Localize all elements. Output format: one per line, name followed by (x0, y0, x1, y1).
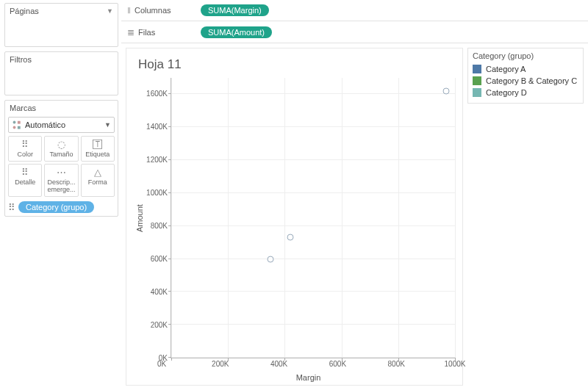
pages-label: Páginas (10, 7, 39, 15)
filters-label: Filtros (10, 55, 32, 64)
x-axis-label: Margin (162, 373, 455, 382)
rows-icon: ≣ (127, 27, 135, 37)
x-axis-ticks: 0K200K400K600K800K1000K (162, 360, 455, 370)
legend-item[interactable]: Category B & Category C (473, 75, 578, 87)
legend-swatch (473, 88, 481, 97)
legend-title: Category (grupo) (473, 51, 578, 60)
columns-pill[interactable]: SUMA(Margin) (201, 4, 269, 16)
x-tick-label: 400K (270, 360, 287, 368)
label-icon: 🅃 (82, 140, 113, 150)
filters-dropzone[interactable] (5, 65, 118, 95)
detail-icon: ⠿ (10, 167, 40, 178)
filters-card: Filtros (4, 51, 118, 95)
size-icon: ◌ (46, 140, 76, 150)
visualization-panel: Hoja 11 Amount 1600K1400K1200K1000K800K6… (126, 48, 463, 386)
marks-tooltip-button[interactable]: ⋯Descrip... emerge... (44, 164, 78, 197)
y-axis-ticks: 1600K1400K1200K1000K800K600K400K200K0K (146, 78, 171, 358)
svg-point-0 (13, 121, 16, 124)
x-tick-label: 0K (157, 360, 166, 368)
chevron-down-icon: ▼ (104, 121, 111, 129)
x-tick-label: 200K (212, 360, 229, 368)
data-point[interactable] (443, 87, 450, 94)
marks-label-button[interactable]: 🅃Etiqueta (81, 136, 115, 162)
legend-item[interactable]: Category A (473, 63, 578, 75)
rows-pill[interactable]: SUMA(Amount) (201, 26, 272, 38)
svg-rect-1 (18, 121, 21, 124)
svg-point-2 (13, 126, 16, 129)
svg-rect-3 (18, 126, 21, 129)
legend-label: Category B & Category C (486, 76, 577, 85)
data-point[interactable] (268, 256, 274, 262)
pages-dropzone[interactable] (5, 17, 118, 46)
x-tick-label: 600K (329, 360, 346, 368)
chart-plot-area[interactable] (171, 78, 455, 358)
legend-panel: Category (grupo) Category ACategory B & … (467, 48, 584, 386)
marks-card: Marcas Automático ▼ ⠿Color ◌Tamaño 🅃Etiq… (4, 100, 118, 217)
mark-type-value: Automático (25, 120, 65, 129)
legend-item[interactable]: Category D (473, 87, 578, 98)
marks-detail-button[interactable]: ⠿Detalle (8, 164, 42, 197)
rows-shelf[interactable]: ≣ Filas SUMA(Amount) (121, 21, 588, 43)
marks-color-button[interactable]: ⠿Color (8, 136, 42, 162)
pages-card: Páginas ▼ (4, 3, 118, 47)
x-tick-label: 1000K (445, 360, 466, 368)
x-tick-label: 800K (388, 360, 405, 368)
data-point[interactable] (287, 234, 294, 241)
chevron-down-icon[interactable]: ▼ (107, 7, 113, 15)
color-icon: ⠿ (8, 202, 15, 213)
columns-icon: ⦀ (127, 5, 131, 15)
shape-auto-icon (12, 120, 22, 130)
columns-label: Columnas (135, 6, 171, 15)
legend-swatch (473, 76, 481, 85)
legend-label: Category D (486, 88, 527, 97)
marks-shape-button[interactable]: △Forma (81, 164, 115, 197)
marks-label: Marcas (10, 104, 36, 112)
shape-icon: △ (82, 167, 113, 178)
left-sidebar: Páginas ▼ Filtros Marcas Automático ▼ (0, 0, 121, 390)
color-icon: ⠿ (10, 140, 40, 150)
color-field-pill[interactable]: Category (grupo) (18, 201, 94, 213)
tooltip-icon: ⋯ (46, 167, 76, 178)
mark-type-dropdown[interactable]: Automático ▼ (8, 117, 115, 133)
rows-label: Filas (138, 28, 155, 37)
sheet-title[interactable]: Hoja 11 (138, 57, 455, 72)
y-axis-label: Amount (134, 78, 146, 358)
marks-size-button[interactable]: ◌Tamaño (44, 136, 78, 162)
legend-label: Category A (486, 65, 526, 73)
legend-swatch (473, 65, 481, 73)
shelves: ⦀ Columnas SUMA(Margin) ≣ Filas SUMA(Amo… (121, 0, 588, 43)
columns-shelf[interactable]: ⦀ Columnas SUMA(Margin) (121, 0, 588, 21)
